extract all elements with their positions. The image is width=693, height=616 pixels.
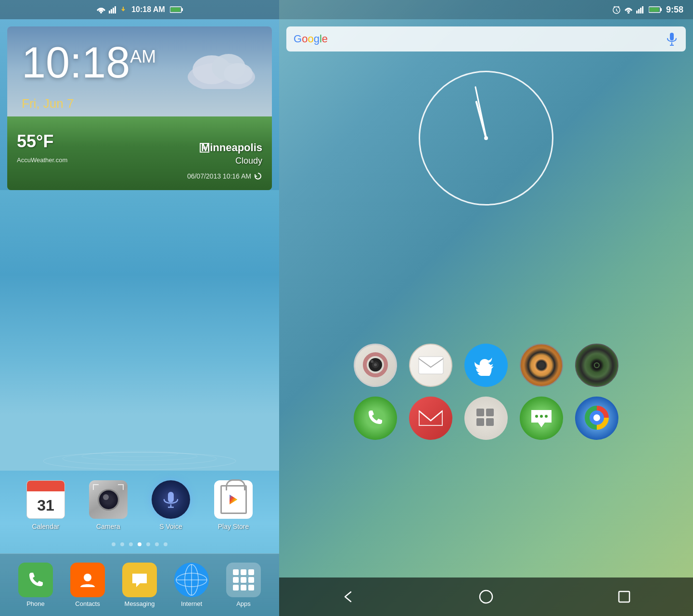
- page-dot-1[interactable]: [120, 542, 124, 546]
- apps-dot-8: [241, 585, 246, 590]
- app-grid-row-1: [298, 344, 674, 387]
- navigation-bar: [279, 578, 693, 616]
- minute-hand: [475, 86, 487, 138]
- svg-point-46: [374, 363, 377, 366]
- page-dot-6[interactable]: [164, 542, 167, 546]
- weather-temp: 55°F: [17, 131, 53, 152]
- svg-rect-36: [642, 6, 643, 13]
- internet-icon-img: [174, 563, 209, 597]
- contacts-label: Contacts: [75, 600, 100, 607]
- weather-location: Minneapolis: [201, 141, 262, 154]
- apps-dot-1: [233, 569, 239, 575]
- svoice-app-icon[interactable]: S Voice: [152, 480, 190, 530]
- svg-rect-4: [115, 6, 116, 13]
- svg-rect-40: [670, 33, 674, 40]
- calendar-number: 31: [27, 491, 64, 519]
- messaging-svg: [129, 570, 150, 590]
- svg-rect-6: [181, 8, 183, 11]
- svg-point-13: [63, 452, 217, 465]
- twitter-svg: [474, 355, 499, 376]
- download-icon: [120, 6, 127, 13]
- right-wifi-icon: [624, 6, 633, 13]
- play-triangle: [227, 493, 240, 506]
- svg-point-47: [371, 360, 373, 363]
- mail-white-icon[interactable]: [409, 344, 452, 387]
- svg-rect-50: [486, 409, 494, 416]
- svg-point-14: [82, 452, 197, 461]
- svg-rect-51: [476, 418, 484, 426]
- left-time: 10:18 AM: [131, 5, 165, 14]
- microphone-svg: [160, 489, 181, 510]
- svg-point-55: [545, 415, 548, 418]
- svg-rect-2: [111, 9, 112, 13]
- phone-dock-icon[interactable]: Phone: [18, 563, 53, 607]
- vinyl-color-icon[interactable]: [520, 344, 563, 387]
- left-middle-area: [0, 190, 279, 471]
- microphone-icon[interactable]: [665, 32, 679, 46]
- apps-dock-icon[interactable]: Apps: [226, 563, 261, 607]
- vinyl-dark-icon[interactable]: [575, 344, 618, 387]
- calendar-app-icon[interactable]: 31 Calendar: [26, 480, 65, 530]
- messages-bubble-icon[interactable]: [520, 397, 563, 440]
- back-button[interactable]: [334, 582, 362, 611]
- calendar-label: Calendar: [32, 523, 60, 530]
- left-status-icons: [96, 6, 127, 13]
- vsco-icon[interactable]: [354, 344, 397, 387]
- gmail-svg: [418, 409, 443, 428]
- recent-apps-icon: [617, 590, 631, 603]
- analog-clock: [419, 71, 553, 205]
- svg-rect-3: [113, 8, 114, 13]
- svg-point-58: [593, 414, 600, 421]
- svg-point-0: [100, 12, 102, 13]
- google-search-input[interactable]: [333, 26, 660, 51]
- page-dot-5[interactable]: [155, 542, 159, 546]
- messaging-dock-icon[interactable]: Messaging: [122, 563, 157, 607]
- messaging-label: Messaging: [125, 600, 155, 607]
- camera-app-icon[interactable]: Camera: [89, 480, 128, 530]
- gmail-red-icon[interactable]: [409, 397, 452, 440]
- contacts-dock-icon[interactable]: Contacts: [70, 563, 105, 607]
- svg-line-29: [616, 11, 618, 12]
- recent-apps-button[interactable]: [610, 582, 639, 611]
- google-logo: Google: [294, 33, 328, 45]
- apps-dot-9: [248, 585, 254, 590]
- left-status-bar: 10:18 AM: [0, 0, 279, 19]
- svg-rect-52: [486, 418, 494, 426]
- svg-rect-1: [109, 11, 110, 13]
- home-button[interactable]: [472, 582, 500, 611]
- globe-svg: [174, 563, 209, 597]
- page-dot-2[interactable]: [129, 542, 133, 546]
- apps-label: Apps: [236, 600, 251, 607]
- svg-rect-33: [636, 11, 638, 13]
- svoice-icon-img: [152, 480, 190, 519]
- svg-rect-49: [476, 409, 484, 416]
- alarm-icon: [612, 5, 621, 14]
- right-battery-icon: [649, 6, 662, 13]
- calendar-header: [27, 481, 64, 491]
- svg-point-11: [224, 63, 253, 84]
- page-dot-4[interactable]: [146, 542, 150, 546]
- vsco-svg: [362, 352, 389, 378]
- water-ripples: [19, 423, 260, 471]
- internet-dock-icon[interactable]: Internet: [174, 563, 209, 607]
- svoice-label: S Voice: [159, 523, 182, 530]
- phone-svg: [26, 570, 46, 590]
- svg-point-21: [84, 574, 91, 581]
- apps-dot-6: [248, 577, 254, 583]
- right-time: 9:58: [666, 5, 683, 15]
- phone-icon-img: [18, 563, 53, 597]
- svg-rect-39: [649, 8, 659, 12]
- app-icons-row: 31 Calendar Camera: [0, 471, 279, 535]
- bottom-dock: Phone Contacts Messaging: [0, 553, 279, 616]
- playstore-app-icon[interactable]: Play Store: [214, 480, 253, 530]
- weather-date: Fri, Jun 7: [22, 96, 74, 111]
- playstore-icon-img: [214, 480, 253, 519]
- google-search-bar[interactable]: Google: [286, 26, 686, 51]
- phone-green-icon[interactable]: [354, 397, 397, 440]
- page-dot-3-active[interactable]: [138, 542, 141, 546]
- svg-rect-38: [660, 8, 662, 11]
- apps-grid-icon[interactable]: [464, 397, 508, 440]
- page-dot-0[interactable]: [112, 542, 116, 546]
- chrome-icon[interactable]: [575, 397, 618, 440]
- twitter-icon[interactable]: [464, 344, 508, 387]
